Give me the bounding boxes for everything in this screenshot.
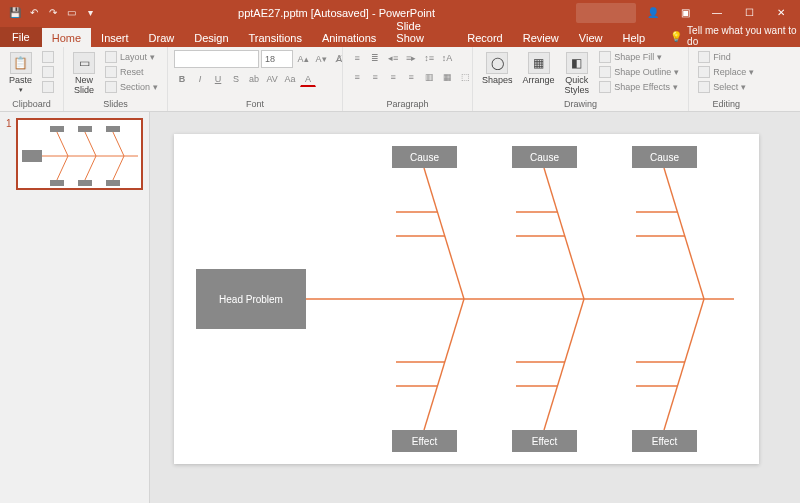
smartart-button[interactable]: ⬚ xyxy=(457,69,473,85)
align-text-button[interactable]: ▦ xyxy=(439,69,455,85)
tab-record[interactable]: Record xyxy=(457,28,512,47)
tab-help[interactable]: Help xyxy=(612,28,655,47)
qat-customize-icon[interactable]: ▾ xyxy=(84,6,97,19)
font-size-combo[interactable]: 18 xyxy=(261,50,293,68)
tab-review[interactable]: Review xyxy=(513,28,569,47)
align-center-button[interactable]: ≡ xyxy=(367,69,383,85)
lightbulb-icon: 💡 xyxy=(670,31,682,42)
bold-button[interactable]: B xyxy=(174,71,190,87)
user-avatar-icon[interactable]: 👤 xyxy=(638,3,668,23)
paste-label: Paste xyxy=(9,75,32,85)
svg-line-5 xyxy=(84,156,96,182)
italic-button[interactable]: I xyxy=(192,71,208,87)
tab-design[interactable]: Design xyxy=(184,28,238,47)
tab-slideshow[interactable]: Slide Show xyxy=(386,16,457,47)
redo-icon[interactable]: ↷ xyxy=(46,6,59,19)
select-button[interactable]: Select ▾ xyxy=(695,80,757,94)
shape-fill-button[interactable]: Shape Fill ▾ xyxy=(596,50,682,64)
cause-box-3[interactable]: Cause xyxy=(632,146,697,168)
slide-1[interactable]: Head Problem Cause Cause Cause Effect Ef… xyxy=(174,134,759,464)
shape-outline-icon xyxy=(599,66,611,78)
svg-line-4 xyxy=(56,156,68,182)
tab-draw[interactable]: Draw xyxy=(139,28,185,47)
maximize-icon[interactable]: ☐ xyxy=(734,3,764,23)
effect-box-3[interactable]: Effect xyxy=(632,430,697,452)
head-problem-box[interactable]: Head Problem xyxy=(196,269,306,329)
slide-thumbnail-1[interactable] xyxy=(16,118,143,190)
strikethrough-button[interactable]: S xyxy=(228,71,244,87)
quick-styles-button[interactable]: ◧Quick Styles xyxy=(562,50,593,97)
shape-effects-button[interactable]: Shape Effects ▾ xyxy=(596,80,682,94)
effect-box-1[interactable]: Effect xyxy=(392,430,457,452)
cut-button[interactable] xyxy=(39,50,57,64)
shadow-button[interactable]: ab xyxy=(246,71,262,87)
save-icon[interactable]: 💾 xyxy=(8,6,21,19)
paste-icon: 📋 xyxy=(10,52,32,74)
increase-indent-button[interactable]: ≡▸ xyxy=(403,50,419,66)
svg-line-13 xyxy=(664,299,704,430)
minimize-icon[interactable]: — xyxy=(702,3,732,23)
paste-button[interactable]: 📋 Paste ▾ xyxy=(6,50,35,96)
arrange-icon: ▦ xyxy=(528,52,550,74)
slide-canvas-area[interactable]: Head Problem Cause Cause Cause Effect Ef… xyxy=(150,112,800,503)
replace-button[interactable]: Replace ▾ xyxy=(695,65,757,79)
section-button[interactable]: Section ▾ xyxy=(102,80,161,94)
justify-button[interactable]: ≡ xyxy=(403,69,419,85)
quick-styles-icon: ◧ xyxy=(566,52,588,74)
shape-outline-button[interactable]: Shape Outline ▾ xyxy=(596,65,682,79)
bullets-button[interactable]: ≡ xyxy=(349,50,365,66)
svg-line-6 xyxy=(112,156,124,182)
tell-me-search[interactable]: 💡 Tell me what you want to do xyxy=(670,25,800,47)
align-left-button[interactable]: ≡ xyxy=(349,69,365,85)
format-painter-button[interactable] xyxy=(39,80,57,94)
spacing-button[interactable]: AV xyxy=(264,71,280,87)
effect-box-2[interactable]: Effect xyxy=(512,430,577,452)
tab-file[interactable]: File xyxy=(0,27,42,47)
quick-access-toolbar: 💾 ↶ ↷ ▭ ▾ xyxy=(0,6,97,19)
numbering-button[interactable]: ≣ xyxy=(367,50,383,66)
shape-effects-icon xyxy=(599,81,611,93)
new-slide-button[interactable]: ▭ New Slide xyxy=(70,50,98,97)
align-right-button[interactable]: ≡ xyxy=(385,69,401,85)
text-direction-button[interactable]: ↕A xyxy=(439,50,455,66)
tab-home[interactable]: Home xyxy=(42,28,91,47)
svg-line-2 xyxy=(84,130,96,156)
thumbnail-number: 1 xyxy=(6,118,12,190)
user-badge[interactable] xyxy=(576,3,636,23)
close-icon[interactable]: ✕ xyxy=(766,3,796,23)
shapes-button[interactable]: ◯Shapes xyxy=(479,50,516,87)
change-case-button[interactable]: Aa xyxy=(282,71,298,87)
underline-button[interactable]: U xyxy=(210,71,226,87)
ribbon-tabs: File Home Insert Draw Design Transitions… xyxy=(0,25,800,47)
undo-icon[interactable]: ↶ xyxy=(27,6,40,19)
reset-button[interactable]: Reset xyxy=(102,65,161,79)
font-combo[interactable] xyxy=(174,50,259,68)
layout-button[interactable]: Layout ▾ xyxy=(102,50,161,64)
cause-box-2[interactable]: Cause xyxy=(512,146,577,168)
tab-animations[interactable]: Animations xyxy=(312,28,386,47)
find-button[interactable]: Find xyxy=(695,50,757,64)
svg-line-12 xyxy=(544,299,584,430)
shape-fill-icon xyxy=(599,51,611,63)
arrange-button[interactable]: ▦Arrange xyxy=(520,50,558,87)
group-font: 18 A▴ A▾ A̸ B I U S ab AV Aa A Font xyxy=(168,47,343,111)
columns-button[interactable]: ▥ xyxy=(421,69,437,85)
ribbon-display-icon[interactable]: ▣ xyxy=(670,3,700,23)
cut-icon xyxy=(42,51,54,63)
layout-icon xyxy=(105,51,117,63)
increase-font-icon[interactable]: A▴ xyxy=(295,51,311,67)
tab-view[interactable]: View xyxy=(569,28,613,47)
decrease-font-icon[interactable]: A▾ xyxy=(313,51,329,67)
line-spacing-button[interactable]: ↕≡ xyxy=(421,50,437,66)
tab-transitions[interactable]: Transitions xyxy=(239,28,312,47)
new-slide-icon: ▭ xyxy=(73,52,95,74)
tab-insert[interactable]: Insert xyxy=(91,28,139,47)
find-icon xyxy=(698,51,710,63)
font-color-button[interactable]: A xyxy=(300,71,316,87)
slides-group-label: Slides xyxy=(70,99,161,110)
copy-icon xyxy=(42,66,54,78)
copy-button[interactable] xyxy=(39,65,57,79)
decrease-indent-button[interactable]: ◂≡ xyxy=(385,50,401,66)
cause-box-1[interactable]: Cause xyxy=(392,146,457,168)
start-from-beginning-icon[interactable]: ▭ xyxy=(65,6,78,19)
